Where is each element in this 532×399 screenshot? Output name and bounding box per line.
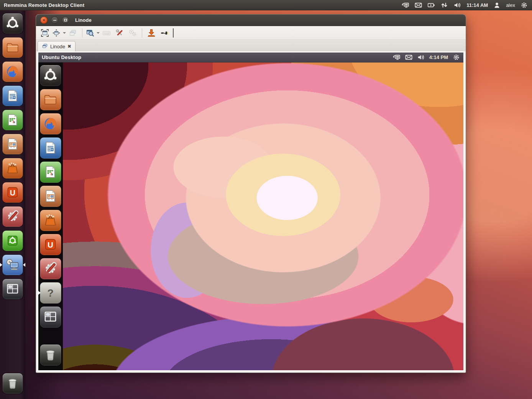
toolbar-separator <box>82 28 82 38</box>
volume-icon[interactable] <box>453 2 461 8</box>
dropdown-caret-icon <box>63 32 66 34</box>
svg-text:?: ? <box>48 287 54 299</box>
tab-bar: Linode ✖ <box>36 40 466 51</box>
remote-launcher-item-trash[interactable] <box>38 344 63 366</box>
software-center-icon <box>40 210 61 231</box>
host-launcher-item-workspace-switcher[interactable] <box>0 279 25 299</box>
minimize-to-tray-icon <box>147 28 156 38</box>
workspace-switcher-icon <box>2 279 23 299</box>
fullscreen-icon <box>40 28 49 38</box>
remote-launcher-item-workspace-switcher[interactable] <box>38 306 63 328</box>
libreoffice-impress-icon <box>40 186 61 207</box>
window-titlebar[interactable]: ✕ Linode <box>36 15 466 26</box>
software-updater-icon <box>2 230 23 251</box>
svg-text:U: U <box>10 189 15 197</box>
toolbar-edge-handle <box>173 28 174 38</box>
host-launcher-item-trash[interactable] <box>0 373 25 394</box>
remote-desktop-view[interactable]: Ubuntu Desktop 4:14 PM U? <box>37 51 465 371</box>
focused-indicator-arrow <box>23 263 25 267</box>
firefox-icon <box>2 61 23 82</box>
host-app-title: Remmina Remote Desktop Client <box>0 2 84 8</box>
host-launcher-item-ubuntu-one[interactable]: U <box>0 182 25 203</box>
toolbar-fullscreen-button[interactable] <box>39 28 51 38</box>
remote-wallpaper <box>63 62 463 370</box>
remote-launcher-item-ubuntu-one[interactable]: U <box>38 234 63 255</box>
remote-tab-icon <box>42 43 48 49</box>
host-username[interactable]: alex <box>506 2 515 8</box>
remote-launcher-item-libreoffice-calc[interactable] <box>38 161 63 183</box>
remote-launcher-item-libreoffice-writer[interactable] <box>38 137 63 159</box>
host-launcher-item-libreoffice-impress[interactable] <box>0 134 25 154</box>
svg-text:U: U <box>48 240 54 249</box>
network-icon[interactable] <box>401 2 409 8</box>
host-launcher-item-firefox[interactable] <box>0 61 25 82</box>
sync-icon[interactable] <box>440 2 448 8</box>
software-center-icon <box>2 158 23 179</box>
window-toolbar <box>36 26 466 40</box>
mail-icon[interactable] <box>405 54 413 61</box>
fit-window-icon <box>52 28 61 38</box>
firefox-icon <box>40 113 61 135</box>
running-indicator-arrow <box>38 291 41 295</box>
toolbar-minimize-to-tray-button[interactable] <box>145 28 158 38</box>
mail-icon[interactable] <box>414 2 422 8</box>
remote-clock[interactable]: 4:14 PM <box>429 54 448 60</box>
remote-session-gear-icon[interactable] <box>452 54 460 61</box>
trash-icon <box>2 373 23 394</box>
toolbar-disconnect-button[interactable] <box>158 28 171 38</box>
toolbar-fit-window-button[interactable] <box>52 28 66 38</box>
remote-indicator-tray: 4:14 PM <box>392 54 463 61</box>
system-settings-icon <box>40 258 61 279</box>
tools-icon <box>115 28 124 38</box>
system-settings-icon <box>2 206 23 227</box>
libreoffice-impress-icon <box>2 134 23 154</box>
remote-launcher-item-home-folder[interactable] <box>38 89 63 110</box>
toolbar-tools-button[interactable] <box>113 28 126 38</box>
toolbar-separator <box>142 28 142 38</box>
host-launcher-item-system-settings[interactable] <box>0 206 25 227</box>
host-launcher-item-dash[interactable] <box>0 13 25 34</box>
remmina-window: ✕ Linode Linode ✖ Ubuntu Desktop 4:14 PM <box>36 14 466 373</box>
host-indicator-tray: 11:14 AM alex <box>401 2 532 8</box>
dropdown-caret-icon <box>97 32 100 34</box>
running-indicator-arrow <box>0 263 2 267</box>
dash-icon <box>40 65 61 86</box>
host-launcher-item-libreoffice-calc[interactable] <box>0 110 25 130</box>
ubuntu-one-icon: U <box>2 182 23 203</box>
host-launcher-item-libreoffice-writer[interactable] <box>0 85 25 106</box>
network-icon[interactable] <box>392 54 401 61</box>
remote-top-panel: Ubuntu Desktop 4:14 PM <box>38 53 463 62</box>
maximize-icon <box>64 19 67 21</box>
host-launcher-item-software-updater[interactable] <box>0 230 25 251</box>
session-gear-icon[interactable] <box>520 2 528 8</box>
settings-gears-icon <box>128 28 137 38</box>
remote-launcher-item-unknown-window[interactable]: ? <box>38 282 63 304</box>
tab-close-icon[interactable]: ✖ <box>67 44 71 49</box>
remote-launcher-item-software-center[interactable] <box>38 210 63 231</box>
window-minimize-button[interactable] <box>51 16 58 24</box>
home-folder-icon <box>2 37 23 58</box>
remote-launcher: U? <box>38 62 63 370</box>
host-clock[interactable]: 11:14 AM <box>466 2 488 8</box>
host-launcher-item-remmina[interactable] <box>0 255 25 275</box>
keyboard-grab-icon <box>102 28 111 38</box>
window-close-button[interactable]: ✕ <box>40 16 48 24</box>
disconnect-icon <box>160 28 169 38</box>
battery-icon[interactable] <box>427 2 435 8</box>
duplicate-tab-icon <box>68 28 77 38</box>
tab-linode[interactable]: Linode ✖ <box>38 41 76 51</box>
remote-launcher-item-firefox[interactable] <box>38 113 63 135</box>
host-launcher-item-home-folder[interactable] <box>0 37 25 58</box>
user-icon[interactable] <box>493 2 501 8</box>
libreoffice-calc-icon <box>40 161 61 183</box>
host-launcher-item-software-center[interactable] <box>0 158 25 179</box>
workspace-switcher-icon <box>40 306 61 328</box>
unknown-window-icon: ? <box>40 282 61 304</box>
volume-icon[interactable] <box>417 54 425 61</box>
remote-launcher-item-libreoffice-impress[interactable] <box>38 186 63 207</box>
window-maximize-button[interactable] <box>62 16 69 24</box>
dash-icon <box>2 13 23 34</box>
toolbar-scaled-mode-button[interactable] <box>85 28 100 38</box>
remote-launcher-item-system-settings[interactable] <box>38 258 63 279</box>
remote-launcher-item-dash[interactable] <box>38 65 63 86</box>
